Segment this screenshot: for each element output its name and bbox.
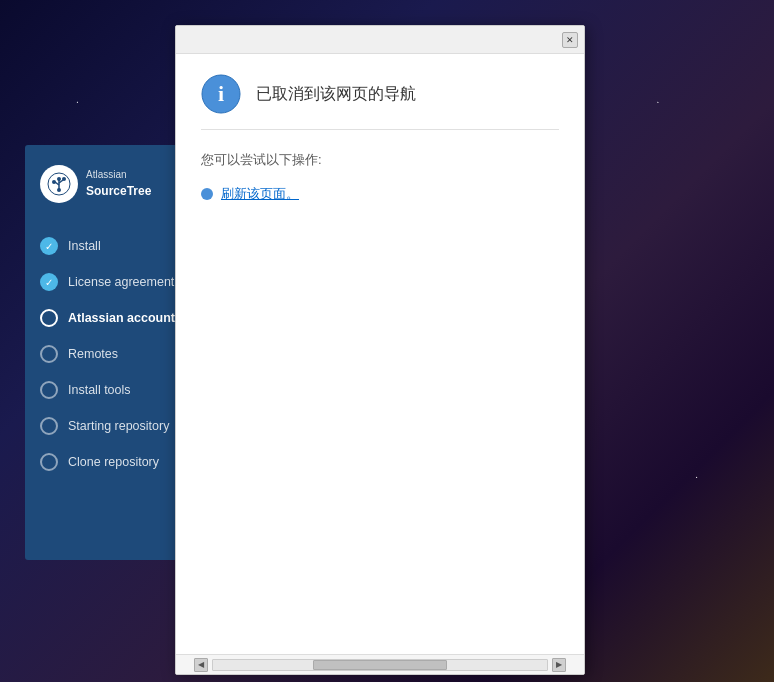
scroll-left-arrow[interactable]: ◀ bbox=[194, 658, 208, 672]
atlassian-logo bbox=[40, 165, 78, 203]
info-icon: i bbox=[201, 74, 241, 114]
step-license-label: License agreement bbox=[68, 275, 174, 289]
step-install-label: Install bbox=[68, 239, 101, 253]
svg-point-7 bbox=[57, 188, 61, 192]
error-suggestions: 刷新该页面。 bbox=[201, 185, 559, 203]
svg-text:i: i bbox=[218, 81, 224, 106]
step-license-icon: ✓ bbox=[40, 273, 58, 291]
suggestion-item: 刷新该页面。 bbox=[201, 185, 559, 203]
dialog-titlebar: ✕ bbox=[176, 26, 584, 54]
refresh-link[interactable]: 刷新该页面。 bbox=[221, 185, 299, 203]
scroll-track[interactable] bbox=[212, 659, 548, 671]
product-name: Atlassian SourceTree bbox=[86, 168, 151, 200]
dialog-scrollbar: ◀ ▶ bbox=[176, 654, 584, 674]
scroll-right-arrow[interactable]: ▶ bbox=[552, 658, 566, 672]
step-tools-icon bbox=[40, 381, 58, 399]
step-remotes-label: Remotes bbox=[68, 347, 118, 361]
step-tools-label: Install tools bbox=[68, 383, 131, 397]
step-install-icon: ✓ bbox=[40, 237, 58, 255]
step-account-label: Atlassian account bbox=[68, 311, 175, 325]
list-bullet-icon bbox=[201, 188, 213, 200]
scroll-thumb[interactable] bbox=[313, 660, 447, 670]
dialog-body: i 已取消到该网页的导航 您可以尝试以下操作: 刷新该页面。 bbox=[176, 54, 584, 654]
svg-point-6 bbox=[62, 177, 66, 181]
step-remotes-icon bbox=[40, 345, 58, 363]
svg-point-4 bbox=[57, 177, 61, 181]
svg-point-5 bbox=[52, 180, 56, 184]
browser-error-dialog: ✕ i 已取消到该网页的导航 您可以尝试以下操作: 刷新该页面。 ◀ ▶ bbox=[175, 25, 585, 675]
step-clone-icon bbox=[40, 453, 58, 471]
error-header: i 已取消到该网页的导航 bbox=[201, 74, 559, 130]
step-account-icon bbox=[40, 309, 58, 327]
error-title: 已取消到该网页的导航 bbox=[256, 84, 416, 105]
step-starting-icon bbox=[40, 417, 58, 435]
step-starting-label: Starting repository bbox=[68, 419, 169, 433]
error-body-text: 您可以尝试以下操作: bbox=[201, 150, 559, 170]
step-clone-label: Clone repository bbox=[68, 455, 159, 469]
dialog-close-button[interactable]: ✕ bbox=[562, 32, 578, 48]
